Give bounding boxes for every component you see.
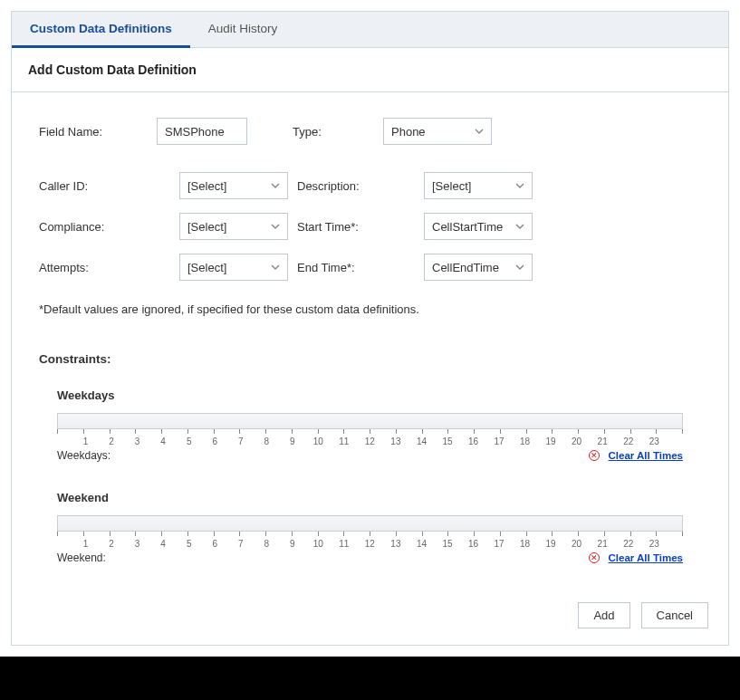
- description-select[interactable]: [Select]: [424, 172, 533, 199]
- caller-id-label: Caller ID:: [39, 179, 179, 193]
- attempts-select[interactable]: [Select]: [179, 254, 288, 281]
- tab-custom-data-definitions[interactable]: Custom Data Definitions: [12, 12, 190, 48]
- end-time-label: End Time*:: [297, 261, 424, 274]
- attempts-label: Attempts:: [39, 261, 179, 274]
- tab-audit-history[interactable]: Audit History: [190, 12, 296, 48]
- default-values-note: *Default values are ignored, if specifie…: [39, 302, 701, 316]
- chevron-down-icon: [515, 263, 524, 272]
- clear-weekend-link[interactable]: Clear All Times: [609, 552, 683, 563]
- chevron-down-icon: [515, 222, 524, 231]
- chevron-down-icon: [475, 127, 484, 136]
- type-select-value: Phone: [391, 125, 426, 139]
- type-select[interactable]: Phone: [383, 118, 492, 145]
- chevron-down-icon: [515, 181, 524, 190]
- weekend-ticks: [57, 532, 683, 536]
- field-name-label: Field Name:: [39, 125, 157, 139]
- weekdays-ticks: [57, 429, 683, 434]
- weekdays-row-label: Weekdays:: [57, 449, 111, 462]
- compliance-value: [Select]: [187, 220, 226, 234]
- weekend-title: Weekend: [57, 491, 683, 504]
- chevron-down-icon: [271, 263, 280, 272]
- caller-id-value: [Select]: [187, 179, 226, 193]
- end-time-value: CellEndTime: [432, 261, 499, 274]
- clear-weekdays-icon[interactable]: ✕: [589, 450, 600, 461]
- weekend-row-label: Weekend:: [57, 551, 106, 564]
- compliance-label: Compliance:: [39, 220, 179, 234]
- description-value: [Select]: [432, 179, 471, 193]
- tab-bar: Custom Data Definitions Audit History: [12, 12, 728, 48]
- start-time-select[interactable]: CellStartTime: [424, 213, 533, 240]
- field-name-input[interactable]: [157, 118, 247, 145]
- start-time-value: CellStartTime: [432, 220, 503, 234]
- clear-weekend-icon[interactable]: ✕: [589, 552, 600, 563]
- start-time-label: Start Time*:: [297, 220, 424, 234]
- weekdays-title: Weekdays: [57, 388, 683, 402]
- description-label: Description:: [297, 179, 424, 193]
- constraints-title: Constraints:: [39, 352, 701, 366]
- end-time-select[interactable]: CellEndTime: [424, 254, 533, 281]
- weekend-time-slider[interactable]: [57, 515, 683, 532]
- weekdays-time-slider[interactable]: [57, 413, 683, 429]
- attempts-value: [Select]: [187, 261, 226, 274]
- cancel-button[interactable]: Cancel: [641, 602, 708, 628]
- page-title: Add Custom Data Definition: [12, 48, 728, 92]
- chevron-down-icon: [271, 222, 280, 231]
- type-label: Type:: [293, 125, 383, 139]
- add-button[interactable]: Add: [578, 602, 629, 628]
- compliance-select[interactable]: [Select]: [179, 213, 288, 240]
- clear-weekdays-link[interactable]: Clear All Times: [609, 450, 683, 461]
- chevron-down-icon: [271, 181, 280, 190]
- caller-id-select[interactable]: [Select]: [179, 172, 288, 199]
